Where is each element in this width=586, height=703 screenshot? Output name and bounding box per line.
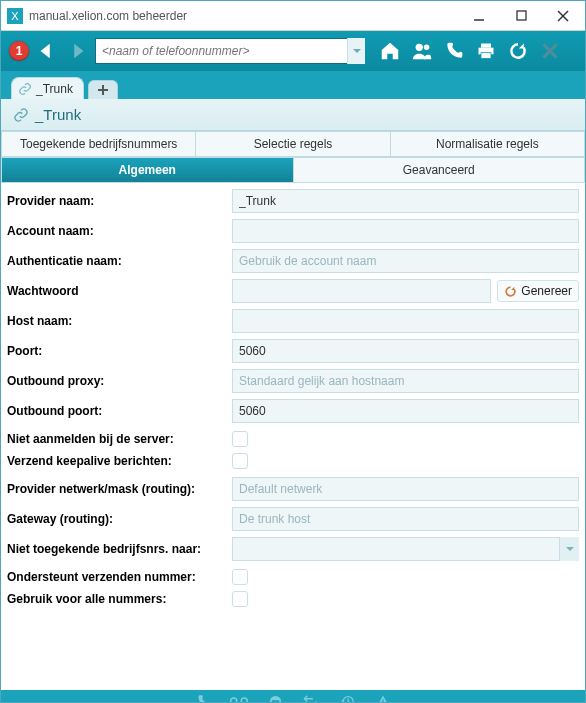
- form-area: Provider naam: Account naam: Authenticat…: [1, 183, 585, 690]
- input-gateway-routing[interactable]: [232, 507, 579, 531]
- label-ondersteunt-verzenden: Ondersteunt verzenden nummer:: [7, 570, 232, 584]
- checkbox-verzend-keepalive[interactable]: [232, 453, 248, 469]
- label-verzend-keepalive: Verzend keepalive berichten:: [7, 454, 232, 468]
- contacts-icon[interactable]: [411, 40, 433, 62]
- label-provider-netwerk: Provider netwerk/mask (routing):: [7, 482, 232, 496]
- subtab-geavanceerd[interactable]: Geavanceerd: [294, 157, 586, 183]
- svg-point-7: [424, 45, 430, 51]
- checkbox-gebruik-alle[interactable]: [232, 591, 248, 607]
- checkbox-niet-aanmelden[interactable]: [232, 431, 248, 447]
- svg-point-16: [241, 698, 247, 703]
- page-header: _Trunk: [1, 99, 585, 131]
- label-gateway-routing: Gateway (routing):: [7, 512, 232, 526]
- input-outbound-proxy[interactable]: [232, 369, 579, 393]
- svg-rect-3: [517, 11, 526, 20]
- input-wachtwoord[interactable]: [232, 279, 491, 303]
- nav-back-button[interactable]: [35, 39, 59, 63]
- subtab-toegekende[interactable]: Toegekende bedrijfsnummers: [1, 131, 196, 157]
- label-poort: Poort:: [7, 344, 232, 358]
- window-title: manual.xelion.com beheerder: [29, 9, 187, 23]
- maximize-button[interactable]: [507, 6, 535, 26]
- window-titlebar: X manual.xelion.com beheerder: [1, 1, 585, 31]
- generate-password-button[interactable]: Genereer: [497, 280, 579, 302]
- select-niet-toegekende[interactable]: [232, 537, 579, 561]
- label-outbound-proxy: Outbound proxy:: [7, 374, 232, 388]
- input-host-naam[interactable]: [232, 309, 579, 333]
- history-icon[interactable]: [338, 692, 356, 703]
- warning-icon[interactable]: [374, 692, 392, 703]
- svg-text:X: X: [11, 10, 19, 22]
- label-host-naam: Host naam:: [7, 314, 232, 328]
- label-wachtwoord: Wachtwoord: [7, 284, 232, 298]
- label-authenticatie-naam: Authenticatie naam:: [7, 254, 232, 268]
- input-provider-netwerk[interactable]: [232, 477, 579, 501]
- transfer-icon[interactable]: [302, 692, 320, 703]
- subtab-normalisatie[interactable]: Normalisatie regels: [391, 131, 585, 157]
- tab-label: _Trunk: [36, 82, 73, 96]
- close-button[interactable]: [549, 6, 577, 26]
- tab-add-button[interactable]: [88, 80, 118, 99]
- label-niet-aanmelden: Niet aanmelden bij de server:: [7, 432, 232, 446]
- tab-trunk[interactable]: _Trunk: [11, 77, 84, 99]
- link-icon: [18, 82, 32, 96]
- svg-rect-19: [271, 700, 279, 703]
- print-icon[interactable]: [475, 40, 497, 62]
- search-input[interactable]: [95, 38, 365, 64]
- subtab-algemeen[interactable]: Algemeen: [1, 157, 294, 183]
- page-title: _Trunk: [35, 106, 81, 123]
- cancel-icon[interactable]: [539, 40, 561, 62]
- label-provider-naam: Provider naam:: [7, 194, 232, 208]
- input-poort[interactable]: [232, 339, 579, 363]
- svg-rect-21: [382, 699, 383, 703]
- main-toolbar: 1: [1, 31, 585, 71]
- voicemail-icon[interactable]: [230, 692, 248, 703]
- refresh-icon[interactable]: [507, 40, 529, 62]
- label-outbound-poort: Outbound poort:: [7, 404, 232, 418]
- chevron-down-icon[interactable]: [559, 537, 579, 561]
- status-bar: [1, 690, 585, 703]
- refresh-icon: [504, 285, 517, 298]
- label-niet-toegekende: Niet toegekende bedrijfsnrs. naar:: [7, 542, 232, 556]
- link-icon: [13, 107, 29, 123]
- minimize-button[interactable]: [465, 6, 493, 26]
- checkbox-ondersteunt-verzenden[interactable]: [232, 569, 248, 585]
- search-combobox[interactable]: [95, 38, 365, 64]
- input-outbound-poort[interactable]: [232, 399, 579, 423]
- phone-icon[interactable]: [443, 40, 465, 62]
- search-dropdown-toggle[interactable]: [347, 38, 365, 64]
- label-gebruik-alle: Gebruik voor alle nummers:: [7, 592, 232, 606]
- input-account-naam[interactable]: [232, 219, 579, 243]
- svg-rect-8: [481, 44, 491, 48]
- notification-badge[interactable]: 1: [9, 41, 29, 61]
- app-favicon: X: [7, 8, 23, 24]
- home-icon[interactable]: [379, 40, 401, 62]
- nav-forward-button[interactable]: [65, 39, 89, 63]
- input-authenticatie-naam[interactable]: [232, 249, 579, 273]
- svg-point-15: [231, 698, 237, 703]
- input-provider-naam[interactable]: [232, 189, 579, 213]
- generate-label: Genereer: [521, 284, 572, 298]
- do-not-disturb-icon[interactable]: [266, 692, 284, 703]
- svg-point-6: [416, 44, 423, 51]
- phone-icon[interactable]: [194, 692, 212, 703]
- select-input-niet-toegekende[interactable]: [232, 537, 579, 561]
- subtab-selectie[interactable]: Selectie regels: [196, 131, 390, 157]
- svg-rect-10: [481, 53, 491, 59]
- subtabs-row-1: Toegekende bedrijfsnummers Selectie rege…: [1, 131, 585, 157]
- subtabs-row-2: Algemeen Geavanceerd: [1, 157, 585, 183]
- label-account-naam: Account naam:: [7, 224, 232, 238]
- document-tabbar: _Trunk: [1, 71, 585, 99]
